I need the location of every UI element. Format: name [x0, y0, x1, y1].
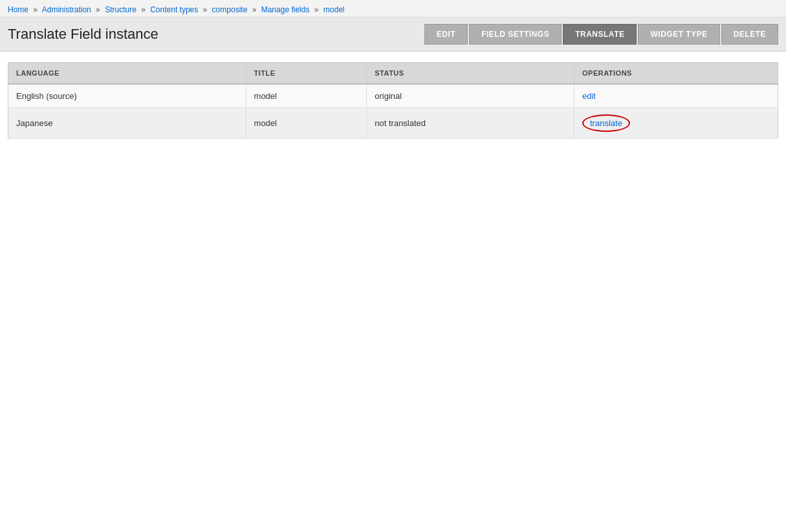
col-operations: OPERATIONS: [574, 63, 778, 85]
edit-link[interactable]: edit: [582, 91, 596, 101]
breadcrumb-sep-6: »: [314, 5, 319, 14]
translations-table: LANGUAGE TITLE STATUS OPERATIONS English…: [8, 62, 778, 139]
page-header: Translate Field instance EDIT FIELD SETT…: [0, 17, 786, 52]
breadcrumb-sep-5: »: [252, 5, 257, 14]
cell-language-ja: Japanese: [8, 108, 246, 139]
cell-title-ja: model: [246, 108, 367, 139]
main-content: LANGUAGE TITLE STATUS OPERATIONS English…: [0, 52, 786, 149]
tab-edit[interactable]: EDIT: [424, 24, 468, 45]
breadcrumb-sep-1: »: [33, 5, 38, 14]
tab-delete[interactable]: DELETE: [721, 24, 778, 45]
col-language: LANGUAGE: [8, 63, 246, 85]
col-title: TITLE: [246, 63, 367, 85]
tab-translate[interactable]: TRANSLATE: [563, 24, 637, 45]
breadcrumb-content-types[interactable]: Content types: [150, 5, 198, 14]
table-header-row: LANGUAGE TITLE STATUS OPERATIONS: [8, 63, 778, 85]
cell-ops-ja: translate: [574, 108, 778, 139]
table-row: English (source) model original edit: [8, 84, 778, 108]
breadcrumb: Home » Administration » Structure » Cont…: [0, 0, 786, 17]
tab-field-settings[interactable]: FIELD SETTINGS: [469, 24, 562, 45]
translate-link[interactable]: translate: [582, 114, 630, 132]
breadcrumb-structure[interactable]: Structure: [105, 5, 136, 14]
translate-circle-wrapper: translate: [582, 114, 630, 132]
breadcrumb-model[interactable]: model: [323, 5, 345, 14]
cell-status-en: original: [367, 84, 574, 108]
breadcrumb-sep-3: »: [141, 5, 146, 14]
cell-title-en: model: [246, 84, 367, 108]
breadcrumb-composite[interactable]: composite: [212, 5, 248, 14]
cell-status-ja: not translated: [367, 108, 574, 139]
breadcrumb-home[interactable]: Home: [8, 5, 28, 14]
cell-ops-en: edit: [574, 84, 778, 108]
breadcrumb-administration[interactable]: Administration: [42, 5, 91, 14]
breadcrumb-sep-2: »: [96, 5, 100, 14]
col-status: STATUS: [367, 63, 574, 85]
tab-widget-type[interactable]: WIDGET TYPE: [638, 24, 719, 45]
page-title: Translate Field instance: [8, 26, 158, 43]
breadcrumb-sep-4: »: [203, 5, 208, 14]
breadcrumb-manage-fields[interactable]: Manage fields: [261, 5, 310, 14]
table-row: Japanese model not translated translate: [8, 108, 778, 139]
tab-buttons: EDIT FIELD SETTINGS TRANSLATE WIDGET TYP…: [424, 24, 778, 45]
page-wrapper: Home » Administration » Structure » Cont…: [0, 0, 786, 532]
cell-language-en: English (source): [8, 84, 246, 108]
